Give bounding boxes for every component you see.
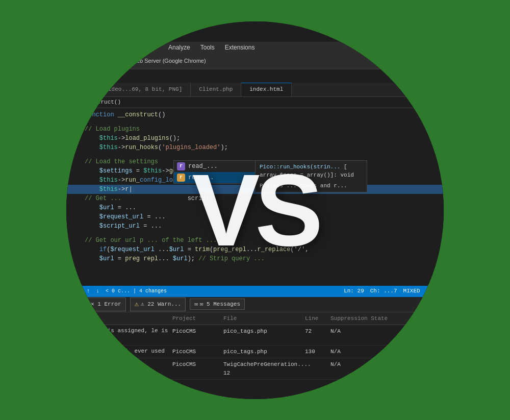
error-table: ption Project File Line Suppression Stat… bbox=[66, 312, 444, 399]
messages-button[interactable]: ✉ ✉ 5 Messages bbox=[190, 299, 245, 310]
code-line-5: $this->run_hooks('plugins_loaded'); bbox=[66, 143, 444, 152]
tooltip-signature: Pico::run_hooks(strin... [ array $args =… bbox=[260, 163, 363, 180]
autocomplete-tooltip: Pico::run_hooks(strin... [ array $args =… bbox=[255, 160, 367, 193]
code-line-17: if($request_url ...$url = trim(preg_repl… bbox=[66, 245, 444, 254]
code-line-15 bbox=[66, 231, 444, 236]
dropdown-btn-left[interactable]: ▾ bbox=[70, 299, 76, 310]
run-label: ▶ Web Server (Google Chrome) bbox=[126, 57, 206, 65]
err-desc-2: 'S'... bbox=[70, 360, 172, 368]
code-line-13: $request_url = ... bbox=[66, 212, 444, 221]
cpu-label: Any CPU bbox=[83, 57, 106, 65]
down-arrow[interactable]: ↓ bbox=[96, 287, 99, 295]
col-header-project: Project bbox=[172, 314, 223, 323]
code-line-4: $this->load_plugins(); bbox=[66, 134, 444, 143]
col-header-sup: Suppression State bbox=[330, 314, 392, 323]
changes-info: < 0 c... | 4 changes bbox=[106, 287, 167, 295]
code-line-12: $url = ... bbox=[66, 203, 444, 212]
col-header-file: File bbox=[223, 314, 305, 323]
err-sup-1: N/A bbox=[330, 348, 392, 356]
circle-container: Analyze Tools Extensions ▾ Any CPU ▼ ▶ ▶… bbox=[66, 21, 444, 399]
col-header-desc: ption bbox=[70, 314, 172, 323]
error-button[interactable]: ✕ ✕ 1 Error bbox=[80, 298, 126, 311]
breadcrumb: ▾ __construct() bbox=[66, 97, 444, 108]
err-file-0: pico_tags.php bbox=[223, 327, 305, 336]
error-icon: ✕ bbox=[85, 299, 89, 310]
code-line-6 bbox=[66, 152, 444, 157]
warning-button[interactable]: ⚠ ⚠ 22 Warn... bbox=[130, 298, 186, 311]
up-arrow[interactable]: ↑ bbox=[87, 287, 90, 295]
menu-bar: Analyze Tools Extensions bbox=[66, 42, 444, 53]
ac-icon-0: r bbox=[177, 162, 185, 170]
col-header-line: Line bbox=[305, 314, 330, 323]
error-table-header: ption Project File Line Suppression Stat… bbox=[66, 312, 444, 326]
error-label: ✕ 1 Error bbox=[91, 300, 121, 309]
err-sup-2: N/A bbox=[330, 360, 392, 369]
code-line-11: // Get ... script bbox=[66, 194, 444, 203]
err-proj-1: PicoCMS bbox=[172, 348, 223, 356]
warning-label: ⚠ 22 Warn... bbox=[141, 300, 181, 309]
menu-tools[interactable]: Tools bbox=[200, 43, 215, 52]
ac-label-0: read_... bbox=[188, 162, 218, 171]
line-info: Ln: 29 bbox=[344, 287, 364, 295]
run-icon: ▶ bbox=[119, 56, 123, 66]
err-desc-1: 'key' is assigned, ever used bbox=[70, 348, 172, 355]
err-proj-0: PicoCMS bbox=[172, 327, 223, 336]
file-tabs: overview-video...69, 8 bit, PNG] Client.… bbox=[66, 83, 444, 97]
code-line-16: // Get our url p ... of the left ... bbox=[66, 236, 444, 245]
main-container: Analyze Tools Extensions ▾ Any CPU ▼ ▶ ▶… bbox=[0, 0, 510, 420]
col-info: Ch: ...7 bbox=[370, 287, 397, 295]
code-line-18: $url = preg repl... $url); // Strip quer… bbox=[66, 254, 444, 263]
error-row-0[interactable]: ble '$key' is assigned, le is never used… bbox=[66, 325, 444, 345]
ide-screenshot: Analyze Tools Extensions ▾ Any CPU ▼ ▶ ▶… bbox=[66, 21, 444, 399]
error-panel-toolbar: ▾ ✕ ✕ 1 Error ⚠ ⚠ 22 Warn... ✉ ✉ 5 Messa… bbox=[66, 297, 444, 312]
err-file-2: TwigCachePreGeneration.... 12 bbox=[223, 360, 305, 377]
tooltip-description: Process ... hooks and r... bbox=[260, 182, 363, 190]
code-line-3: // Load plugins bbox=[66, 125, 444, 134]
error-count: ▲ 5 bbox=[70, 287, 81, 295]
file-tab-0[interactable]: overview-video...69, 8 bit, PNG] bbox=[66, 83, 191, 96]
error-row-1[interactable]: 'key' is assigned, ever used PicoCMS pic… bbox=[66, 345, 444, 359]
file-tab-2[interactable]: index.html bbox=[241, 83, 292, 96]
code-line-2 bbox=[66, 119, 444, 125]
err-line-1: 130 bbox=[305, 348, 330, 356]
messages-icon: ✉ bbox=[194, 300, 198, 309]
menu-analyze[interactable]: Analyze bbox=[168, 43, 190, 52]
breadcrumb-path: ▾ __construct() bbox=[70, 98, 121, 107]
err-desc-0: ble '$key' is assigned, le is never used bbox=[70, 327, 172, 343]
toolbar: ▾ Any CPU ▼ ▶ ▶ Web Server (Google Chrom… bbox=[66, 53, 444, 69]
encoding-info: MIXED bbox=[403, 287, 420, 295]
status-bar: ▲ 5 ↑ ↓ < 0 c... | 4 changes Ln: 29 Ch: … bbox=[66, 286, 444, 297]
err-file-1: pico_tags.php bbox=[223, 348, 305, 356]
code-line-14: $script_url = ... bbox=[66, 221, 444, 231]
messages-label: ✉ 5 Messages bbox=[200, 300, 240, 309]
menu-extensions[interactable]: Extensions bbox=[225, 43, 255, 52]
file-tab-1[interactable]: Client.php bbox=[191, 83, 241, 96]
error-row-2[interactable]: 'S'... PicoCMS TwigCachePreGeneration...… bbox=[66, 358, 444, 380]
dropdown-arrow[interactable]: ▾ bbox=[70, 57, 74, 65]
cpu-dropdown[interactable]: Any CPU ▼ bbox=[78, 55, 116, 67]
err-sup-0: N/A bbox=[330, 327, 392, 336]
dropdown-chevron: ▼ bbox=[108, 57, 111, 64]
run-button[interactable]: ▶ ▶ Web Server (Google Chrome) bbox=[119, 56, 206, 66]
ac-icon-1: r bbox=[177, 174, 185, 182]
line-ending-info: CRLF bbox=[426, 287, 440, 295]
err-proj-2: PicoCMS bbox=[172, 360, 223, 369]
warning-icon: ⚠ bbox=[135, 299, 139, 310]
code-area[interactable]: function __construct() // Load plugins $… bbox=[66, 108, 444, 287]
ac-label-1: run_... bbox=[188, 173, 214, 182]
err-line-0: 72 bbox=[305, 327, 330, 336]
code-line-1: function __construct() bbox=[66, 110, 444, 119]
